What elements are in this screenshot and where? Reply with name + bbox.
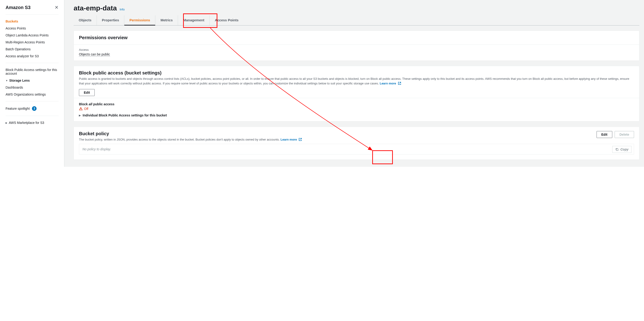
panel-title: Permissions overview [79, 35, 634, 40]
sidebar-item-aws-organizations-settings[interactable]: AWS Organizations settings [6, 91, 58, 98]
copy-bucket-policy-button[interactable]: Copy [612, 146, 632, 153]
feature-spotlight-badge: 3 [32, 106, 36, 111]
learn-more-link[interactable]: Learn more [380, 82, 401, 85]
learn-more-label: Learn more [280, 138, 297, 141]
panel-title: Bucket policy [79, 131, 592, 136]
tab-properties[interactable]: Properties [97, 15, 124, 25]
info-link[interactable]: Info [120, 8, 125, 11]
tabs: Objects Properties Permissions Metrics M… [74, 15, 639, 26]
learn-more-link[interactable]: Learn more [280, 138, 302, 141]
copy-icon [615, 148, 618, 151]
sidebar-item-batch-operations[interactable]: Batch Operations [6, 46, 58, 53]
divider [6, 63, 58, 63]
sidebar-item-access-analyzer[interactable]: Access analyzer for S3 [6, 53, 58, 60]
divider [6, 101, 58, 101]
access-value: Objects can be public [79, 52, 110, 56]
external-link-icon [398, 82, 401, 85]
panel-description: Public access is granted to buckets and … [79, 77, 634, 86]
status-text: Off [84, 107, 88, 111]
panel-bucket-policy: Bucket policy The bucket policy, written… [74, 127, 639, 160]
divider [6, 116, 58, 116]
sidebar-item-marketplace[interactable]: ▶ AWS Marketplace for S3 [6, 119, 58, 126]
panel-description-text: Public access is granted to buckets and … [79, 77, 629, 85]
bucket-policy-editor: No policy to display. Copy [79, 144, 634, 154]
sidebar-group-label: Storage Lens [9, 79, 30, 82]
close-icon[interactable]: ✕ [55, 5, 58, 10]
sidebar-item-object-lambda-access-points[interactable]: Object Lambda Access Points [6, 32, 58, 39]
sidebar-item-buckets[interactable]: Buckets [6, 18, 58, 25]
tab-access-points[interactable]: Access Points [210, 15, 244, 25]
external-link-icon [298, 138, 302, 141]
block-public-access-status: Off [79, 107, 634, 111]
copy-label: Copy [620, 147, 628, 151]
warning-triangle-icon [79, 107, 83, 111]
tab-permissions[interactable]: Permissions [124, 15, 155, 26]
policy-placeholder-text: No policy to display. [82, 147, 111, 151]
individual-settings-label: Individual Block Public Access settings … [83, 113, 167, 117]
svg-rect-2 [616, 149, 618, 151]
chevron-down-icon: ▼ [6, 79, 8, 82]
sidebar-item-access-points[interactable]: Access Points [6, 25, 58, 32]
access-label: Access [79, 48, 634, 52]
sidebar: Amazon S3 ✕ Buckets Access Points Object… [0, 0, 64, 167]
panel-title: Block public access (bucket settings) [79, 70, 634, 76]
sidebar-item-block-public-access-account[interactable]: Block Public Access settings for this ac… [6, 66, 58, 77]
edit-block-public-access-button[interactable]: Edit [79, 89, 95, 96]
tab-objects[interactable]: Objects [74, 15, 97, 25]
delete-bucket-policy-button[interactable]: Delete [614, 131, 634, 138]
panel-description: The bucket policy, written in JSON, prov… [79, 137, 592, 142]
panel-block-public-access: Block public access (bucket settings) Pu… [74, 66, 639, 121]
sidebar-item-feature-spotlight[interactable]: Feature spotlight [6, 107, 30, 110]
sidebar-title: Amazon S3 [6, 5, 30, 10]
chevron-right-icon: ▶ [79, 114, 81, 117]
sidebar-item-dashboards[interactable]: Dashboards [6, 84, 58, 91]
edit-bucket-policy-button[interactable]: Edit [596, 131, 612, 138]
panel-permissions-overview: Permissions overview Access Objects can … [74, 31, 639, 61]
tab-management[interactable]: Management [178, 15, 210, 25]
chevron-right-icon: ▶ [6, 121, 8, 124]
block-all-public-access-label: Block all public access [79, 102, 114, 106]
sidebar-item-label: AWS Marketplace for S3 [9, 121, 44, 124]
expand-individual-settings[interactable]: ▶ Individual Block Public Access setting… [79, 113, 634, 117]
page-title: ata-emp-data [74, 4, 117, 12]
sidebar-group-storage-lens[interactable]: ▼ Storage Lens [6, 77, 58, 84]
tab-metrics[interactable]: Metrics [155, 15, 178, 25]
panel-description-text: The bucket policy, written in JSON, prov… [79, 138, 280, 141]
sidebar-item-multi-region-access-points[interactable]: Multi-Region Access Points [6, 39, 58, 46]
svg-point-1 [80, 110, 81, 110]
learn-more-label: Learn more [380, 82, 396, 85]
